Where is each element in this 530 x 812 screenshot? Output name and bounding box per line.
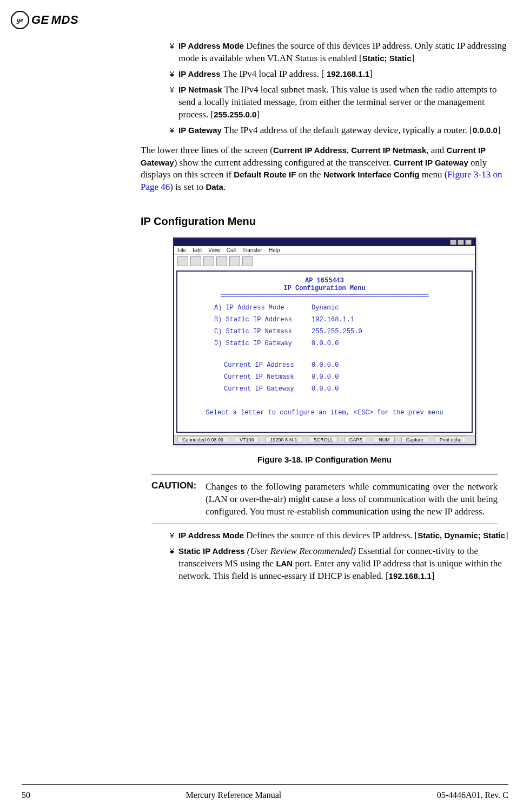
terminal-menu-bar: File Edit View Call Transfer Help <box>174 246 475 255</box>
divider <box>151 474 498 474</box>
toolbar-button-icon[interactable] <box>216 256 227 266</box>
term-key: Current IP Netmask <box>182 373 312 381</box>
value: 255.255.0.0 <box>214 110 256 119</box>
label: IP Address Mode <box>178 41 244 50</box>
t: Data <box>206 182 223 192</box>
note: (User Review Recommended) <box>245 546 356 556</box>
text: Defines the source of this device <box>246 530 366 540</box>
caution-block: CAUTION: Changes to the following parame… <box>151 480 498 518</box>
close: ] <box>256 109 260 120</box>
term-val: 0.0.0.0 <box>312 340 339 347</box>
menu-edit[interactable]: Edit <box>193 247 202 253</box>
status-item: CAPS <box>345 437 368 443</box>
bullet-marker: ¥ <box>170 547 174 556</box>
divider <box>151 524 498 524</box>
label: IP Netmask <box>178 85 222 94</box>
bullet-marker: ¥ <box>170 70 174 78</box>
bullet-marker: ¥ <box>170 42 174 50</box>
minimize-icon[interactable]: _ <box>450 240 456 245</box>
t: ) show the current addressing configured… <box>174 157 394 168</box>
menu-file[interactable]: File <box>177 247 186 253</box>
bullet-ip-address-mode: ¥ IP Address Mode Defines the source of … <box>141 40 508 65</box>
value: 192.168.1.1 <box>389 571 432 580</box>
close: ] <box>369 69 373 79</box>
brand-mds: MDS <box>51 13 78 27</box>
term-separator: ========================================… <box>182 292 467 300</box>
term-val: 0.0.0.0 <box>312 385 339 393</box>
terminal-toolbar <box>174 255 475 268</box>
close-icon[interactable]: × <box>465 240 472 245</box>
menu-transfer[interactable]: Transfer <box>242 247 262 253</box>
term-val: 0.0.0.0 <box>312 361 339 369</box>
text: s IP address. [ <box>367 530 418 540</box>
term-key: B) Static IP Address <box>182 316 312 324</box>
terminal-screen: AP 1655443 IP Configuration Menu =======… <box>176 270 473 433</box>
status-item: SCROLL <box>309 437 338 443</box>
bullet-ip-address: ¥ IP Address The IPv4 local IP address. … <box>141 68 508 81</box>
lan-label: LAN <box>276 559 293 568</box>
term-key: Current IP Gateway <box>182 385 312 393</box>
term-row: Current IP Gateway0.0.0.0 <box>182 385 467 393</box>
term-footer-msg: Select a letter to configure an item, <E… <box>182 409 467 417</box>
menu-call[interactable]: Call <box>227 247 236 253</box>
term-val: 0.0.0.0 <box>312 373 339 381</box>
toolbar-button-icon[interactable] <box>190 256 201 266</box>
page-footer: 50 Mercury Reference Manual 05-4446A01, … <box>22 790 508 800</box>
value: 192.168.1.1 <box>324 69 369 78</box>
term-key: A) IP Address Mode <box>182 304 312 312</box>
close: ] <box>505 530 508 540</box>
term-heading-2: IP Configuration Menu <box>182 285 467 292</box>
value: Static, Dynamic; Static <box>418 531 505 540</box>
label: IP Address <box>178 69 221 78</box>
t: Default Route IF <box>234 170 296 179</box>
terminal-status-bar: Connected 0:08:09 VT100 19200 8-N-1 SCRO… <box>174 435 475 444</box>
t: Network Interface Config <box>323 170 420 179</box>
toolbar-button-icon[interactable] <box>242 256 253 266</box>
value: Static; Static <box>362 54 412 63</box>
term-row: Current IP Address0.0.0.0 <box>182 361 467 369</box>
label: IP Address Mode <box>178 531 244 540</box>
t: Current IP Gateway <box>394 158 468 167</box>
term-key: Current IP Address <box>182 361 312 369</box>
text: The IPv4 local IP address. [ <box>223 69 324 79</box>
status-item: VT100 <box>235 437 259 443</box>
status-item: Capture <box>401 437 428 443</box>
page-header: ge GE MDS <box>0 0 530 29</box>
footer-title: Mercury Reference Manual <box>186 790 281 800</box>
bullet-marker: ¥ <box>170 126 174 135</box>
window-controls: _ □ × <box>450 240 472 245</box>
t: menu ( <box>419 169 447 180</box>
t: . <box>223 182 226 192</box>
t: , and <box>426 145 446 155</box>
toolbar-button-icon[interactable] <box>203 256 214 266</box>
brand-ge: GE <box>31 13 49 27</box>
status-item: Connected 0:08:09 <box>177 437 228 443</box>
footer-divider <box>22 784 508 785</box>
terminal-window: _ □ × File Edit View Call Transfer Help … <box>173 237 476 445</box>
mid-paragraph: The lower three lines of the screen (Cur… <box>141 144 508 194</box>
toolbar-button-icon[interactable] <box>177 256 188 266</box>
text: Defines the source of this device <box>246 41 366 51</box>
t: Current IP Address <box>273 146 347 155</box>
bullet-ip-address-mode-b: ¥ IP Address Mode Defines the source of … <box>141 530 508 542</box>
t: on the <box>296 169 323 180</box>
status-item: NUM <box>374 437 395 443</box>
terminal-title-bar: _ □ × <box>174 239 475 246</box>
bullet-static-ip-address: ¥ Static IP Address (User Review Recomme… <box>141 545 508 583</box>
toolbar-button-icon[interactable] <box>229 256 240 266</box>
menu-help[interactable]: Help <box>269 247 280 253</box>
menu-view[interactable]: View <box>208 247 220 253</box>
t: ) is set to <box>170 182 206 192</box>
term-heading-1: AP 1655443 <box>182 277 467 285</box>
term-row: A) IP Address ModeDynamic <box>182 304 467 312</box>
text: s MS using the <box>219 558 274 569</box>
term-val: Dynamic <box>312 304 339 312</box>
t: Current IP Netmask <box>351 146 426 155</box>
bullet-ip-netmask: ¥ IP Netmask The IPv4 local subnet mask.… <box>141 84 508 121</box>
term-val: 255.255.255.0 <box>312 328 362 335</box>
label: Static IP Address <box>178 546 245 556</box>
text: The IPv4 address of the default gateway … <box>224 125 473 135</box>
term-row: B) Static IP Address192.168.1.1 <box>182 316 467 324</box>
status-item: 19200 8-N-1 <box>266 437 302 443</box>
maximize-icon[interactable]: □ <box>458 240 464 245</box>
